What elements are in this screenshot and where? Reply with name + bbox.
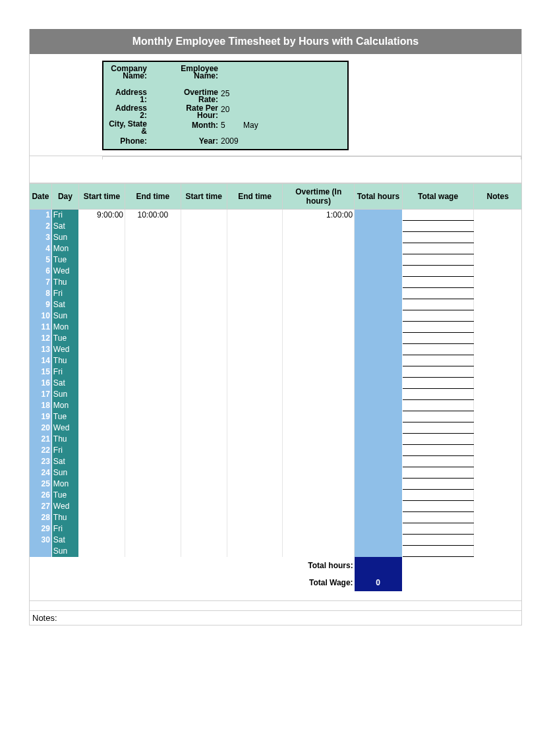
cell-end1[interactable] bbox=[125, 322, 181, 333]
cell-notes[interactable] bbox=[474, 456, 522, 467]
cell-start1[interactable] bbox=[78, 277, 125, 288]
cell-end1[interactable] bbox=[125, 512, 181, 523]
cell-notes[interactable] bbox=[474, 400, 522, 411]
cell-start1[interactable] bbox=[78, 479, 125, 490]
cell-notes[interactable] bbox=[474, 310, 522, 322]
cell-overtime[interactable] bbox=[283, 456, 355, 467]
cell-start2[interactable] bbox=[181, 378, 227, 389]
cell-overtime[interactable] bbox=[283, 333, 355, 344]
cell-start1[interactable] bbox=[78, 512, 125, 523]
cell-start1[interactable] bbox=[78, 344, 125, 355]
cell-end2[interactable] bbox=[227, 277, 283, 288]
cell-end2[interactable] bbox=[227, 333, 283, 344]
cell-start1[interactable] bbox=[78, 467, 125, 479]
cell-end2[interactable] bbox=[227, 378, 283, 389]
cell-overtime[interactable] bbox=[283, 310, 355, 322]
cell-start1[interactable] bbox=[78, 523, 125, 535]
cell-start2[interactable] bbox=[181, 243, 227, 254]
cell-overtime[interactable] bbox=[283, 254, 355, 266]
cell-notes[interactable] bbox=[474, 221, 522, 232]
cell-start1[interactable]: 9:00:00 bbox=[78, 210, 125, 221]
cell-end2[interactable] bbox=[227, 366, 283, 378]
cell-start2[interactable] bbox=[181, 434, 227, 445]
cell-end1[interactable] bbox=[125, 378, 181, 389]
cell-start2[interactable] bbox=[181, 322, 227, 333]
cell-overtime[interactable] bbox=[283, 490, 355, 501]
cell-start2[interactable] bbox=[181, 535, 227, 546]
cell-start1[interactable] bbox=[78, 445, 125, 456]
cell-end2[interactable] bbox=[227, 422, 283, 434]
address1-value[interactable] bbox=[148, 88, 171, 104]
cell-end1[interactable] bbox=[125, 411, 181, 422]
cell-start1[interactable] bbox=[78, 266, 125, 277]
cell-end1[interactable] bbox=[125, 400, 181, 411]
cell-end2[interactable] bbox=[227, 434, 283, 445]
cell-start2[interactable] bbox=[181, 422, 227, 434]
cell-end1[interactable]: 10:00:00 bbox=[125, 210, 181, 221]
cell-overtime[interactable] bbox=[283, 378, 355, 389]
cell-start1[interactable] bbox=[78, 456, 125, 467]
cell-start2[interactable] bbox=[181, 523, 227, 535]
cell-end2[interactable] bbox=[227, 288, 283, 299]
cell-notes[interactable] bbox=[474, 512, 522, 523]
cell-start1[interactable] bbox=[78, 232, 125, 243]
cell-start2[interactable] bbox=[181, 501, 227, 512]
cell-end1[interactable] bbox=[125, 366, 181, 378]
cell-overtime[interactable] bbox=[283, 322, 355, 333]
cell-start2[interactable] bbox=[181, 310, 227, 322]
cell-overtime[interactable] bbox=[283, 400, 355, 411]
cell-start2[interactable] bbox=[181, 456, 227, 467]
cell-start1[interactable] bbox=[78, 322, 125, 333]
cell-notes[interactable] bbox=[474, 445, 522, 456]
cell-start2[interactable] bbox=[181, 232, 227, 243]
cell-end1[interactable] bbox=[125, 501, 181, 512]
cell-end2[interactable] bbox=[227, 254, 283, 266]
cell-overtime[interactable] bbox=[283, 535, 355, 546]
cell-start2[interactable] bbox=[181, 254, 227, 266]
cell-notes[interactable] bbox=[474, 535, 522, 546]
cell-end2[interactable] bbox=[227, 445, 283, 456]
cell-overtime[interactable] bbox=[283, 434, 355, 445]
cell-start2[interactable] bbox=[181, 400, 227, 411]
cell-end1[interactable] bbox=[125, 456, 181, 467]
cell-start1[interactable] bbox=[78, 254, 125, 266]
cell-end1[interactable] bbox=[125, 535, 181, 546]
cell-start2[interactable] bbox=[181, 445, 227, 456]
cell-end2[interactable] bbox=[227, 299, 283, 310]
cell-end1[interactable] bbox=[125, 243, 181, 254]
cell-overtime[interactable] bbox=[283, 366, 355, 378]
cell-notes[interactable] bbox=[474, 322, 522, 333]
cell-start1[interactable] bbox=[78, 288, 125, 299]
cell-start2[interactable] bbox=[181, 221, 227, 232]
cell-overtime[interactable] bbox=[283, 277, 355, 288]
cell-end1[interactable] bbox=[125, 389, 181, 400]
cell-end1[interactable] bbox=[125, 221, 181, 232]
cell-end2[interactable] bbox=[227, 535, 283, 546]
phone-value[interactable] bbox=[148, 136, 171, 146]
cell-notes[interactable] bbox=[474, 546, 522, 557]
cell-start2[interactable] bbox=[181, 411, 227, 422]
cell-end2[interactable] bbox=[227, 479, 283, 490]
cell-notes[interactable] bbox=[474, 467, 522, 479]
cell-notes[interactable] bbox=[474, 277, 522, 288]
cell-start1[interactable] bbox=[78, 366, 125, 378]
cell-end1[interactable] bbox=[125, 254, 181, 266]
cell-end1[interactable] bbox=[125, 333, 181, 344]
company-value[interactable] bbox=[148, 65, 171, 80]
cell-overtime[interactable] bbox=[283, 266, 355, 277]
cell-start1[interactable] bbox=[78, 490, 125, 501]
cell-notes[interactable] bbox=[474, 299, 522, 310]
cell-end1[interactable] bbox=[125, 299, 181, 310]
cell-overtime[interactable] bbox=[283, 411, 355, 422]
cell-end2[interactable] bbox=[227, 344, 283, 355]
cell-start1[interactable] bbox=[78, 400, 125, 411]
cell-end2[interactable] bbox=[227, 310, 283, 322]
cell-end1[interactable] bbox=[125, 490, 181, 501]
cell-notes[interactable] bbox=[474, 523, 522, 535]
cell-start2[interactable] bbox=[181, 266, 227, 277]
cell-end2[interactable] bbox=[227, 221, 283, 232]
cell-overtime[interactable] bbox=[283, 389, 355, 400]
cell-start1[interactable] bbox=[78, 389, 125, 400]
cell-start1[interactable] bbox=[78, 355, 125, 366]
cell-start1[interactable] bbox=[78, 501, 125, 512]
